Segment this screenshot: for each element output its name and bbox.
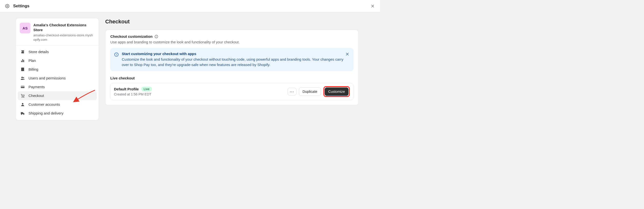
status-badge: Live xyxy=(141,87,152,91)
sidebar-item-label: Users and permissions xyxy=(28,76,66,80)
more-icon: ⋯ xyxy=(290,90,294,94)
checkout-customization-card: Checkout customization Use apps and bran… xyxy=(105,30,358,105)
page-title: Checkout xyxy=(105,18,358,25)
svg-point-14 xyxy=(156,36,156,36)
settings-topbar: Settings xyxy=(0,0,380,12)
svg-point-4 xyxy=(23,77,24,78)
sidebar-item-plan[interactable]: Plan xyxy=(18,56,97,65)
section-title: Checkout customization xyxy=(110,34,152,38)
page-body: AS Amalia's Checkout Extensions Store am… xyxy=(0,12,380,126)
banner-content: Start customizing your checkout with app… xyxy=(122,52,350,68)
sidebar-item-label: Customer accounts xyxy=(28,102,60,106)
sidebar-item-label: Plan xyxy=(28,58,36,62)
close-icon[interactable] xyxy=(369,3,376,10)
store-header[interactable]: AS Amalia's Checkout Extensions Store am… xyxy=(16,18,99,46)
store-name: Amalia's Checkout Extensions Store xyxy=(33,23,95,33)
avatar: AS xyxy=(20,23,30,33)
info-icon[interactable] xyxy=(154,34,158,38)
users-icon xyxy=(20,76,25,81)
svg-point-8 xyxy=(24,97,24,98)
profile-actions: ⋯ Duplicate Customize xyxy=(288,86,350,97)
section-header: Checkout customization xyxy=(110,34,354,38)
svg-rect-6 xyxy=(21,86,24,87)
svg-point-17 xyxy=(116,54,117,54)
close-icon[interactable] xyxy=(344,51,351,58)
svg-point-0 xyxy=(7,5,8,6)
sidebar-item-store-details[interactable]: Store details xyxy=(18,48,97,56)
annotation-highlight: Customize xyxy=(324,86,350,97)
banner-body: Customize the look and functionality of … xyxy=(122,57,350,68)
sidebar-item-customer-accounts[interactable]: Customer accounts xyxy=(18,100,97,109)
info-icon xyxy=(114,52,119,57)
profile-subtitle: Created at 1:56 PM EDT xyxy=(114,92,152,96)
billing-icon xyxy=(20,67,25,72)
topbar-left: Settings xyxy=(4,3,30,10)
svg-point-9 xyxy=(22,103,24,104)
svg-point-7 xyxy=(22,97,22,98)
sidebar-item-label: Checkout xyxy=(28,94,44,98)
person-icon xyxy=(20,102,25,107)
store-meta: Amalia's Checkout Extensions Store amali… xyxy=(33,23,95,42)
sidebar-item-payments[interactable]: Payments xyxy=(18,82,97,91)
duplicate-button[interactable]: Duplicate xyxy=(299,88,321,96)
banner-title: Start customizing your checkout with app… xyxy=(122,52,350,56)
store-domain: amalias-checkout-extensions-store.myshop… xyxy=(33,33,95,42)
sidebar-item-billing[interactable]: Billing xyxy=(18,65,97,74)
profile-title-line: Default Profile Live xyxy=(114,87,152,91)
payments-icon xyxy=(20,84,25,90)
info-banner: Start customizing your checkout with app… xyxy=(110,48,354,71)
section-description: Use apps and branding to customize the l… xyxy=(110,40,354,44)
plan-icon xyxy=(20,58,25,63)
profile-info: Default Profile Live Created at 1:56 PM … xyxy=(114,87,152,96)
svg-point-3 xyxy=(22,77,23,78)
more-actions-button[interactable]: ⋯ xyxy=(288,88,296,96)
main-column: Checkout Checkout customization Use apps… xyxy=(105,18,358,120)
customize-button[interactable]: Customize xyxy=(325,88,349,96)
truck-icon xyxy=(20,111,25,116)
checkout-profile-row: Default Profile Live Created at 1:56 PM … xyxy=(110,83,354,100)
sidebar-item-users[interactable]: Users and permissions xyxy=(18,74,97,82)
profile-title: Default Profile xyxy=(114,87,139,91)
store-icon xyxy=(20,50,25,54)
settings-nav: Store details Plan Billing Users and per… xyxy=(16,46,99,120)
svg-point-11 xyxy=(24,114,24,115)
sidebar-item-label: Payments xyxy=(28,85,45,89)
sidebar-item-label: Billing xyxy=(28,67,38,71)
live-checkout-heading: Live checkout xyxy=(110,76,354,80)
sidebar-item-label: Store details xyxy=(28,50,49,54)
svg-point-10 xyxy=(21,114,22,115)
gear-icon xyxy=(4,3,11,10)
topbar-title: Settings xyxy=(13,4,30,8)
sidebar-item-label: Shipping and delivery xyxy=(28,111,63,115)
settings-sidebar: AS Amalia's Checkout Extensions Store am… xyxy=(16,18,99,120)
sidebar-item-checkout[interactable]: Checkout xyxy=(18,91,97,100)
cart-icon xyxy=(20,93,25,98)
sidebar-item-shipping[interactable]: Shipping and delivery xyxy=(18,109,97,118)
